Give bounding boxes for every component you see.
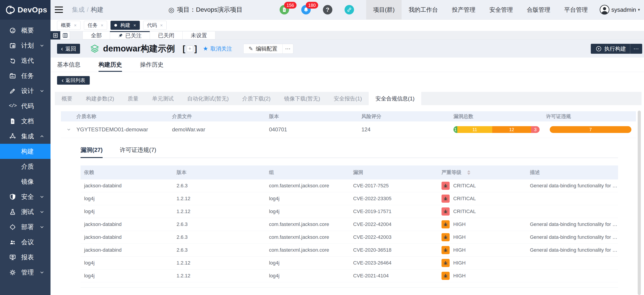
tab-basic-info[interactable]: 基本信息 — [57, 58, 80, 72]
sidebar-item-deploy[interactable]: 部署 — [0, 219, 50, 234]
nav-platform[interactable]: 平台管理 — [557, 0, 594, 20]
sidebar-item-docs[interactable]: 文档 — [0, 114, 50, 129]
nav-version[interactable]: 合版管理 — [520, 0, 557, 20]
vertical-scrollbar[interactable] — [638, 111, 641, 295]
nav-projects[interactable]: 项目(群) — [366, 0, 402, 20]
sidebar-item-build[interactable]: 构建 — [0, 144, 50, 159]
board-view-toggle[interactable] — [60, 31, 70, 40]
play-circle-icon — [596, 46, 602, 52]
unfollow-link[interactable]: ★ 取消关注 — [203, 45, 232, 52]
section-tabs: 概要 构建参数(2) 质量 单元测试 自动化测试(暂无) 介质下载(2) 镜像下… — [55, 92, 642, 105]
sidebar-item-meeting[interactable]: 会议 — [0, 234, 50, 250]
tab-vulnerabilities[interactable]: 漏洞(27) — [80, 146, 102, 158]
sidebar-item-code[interactable]: </> 代码 — [0, 98, 50, 114]
tab-license-violations[interactable]: 许可证违规(7) — [120, 146, 156, 158]
breadcrumb-separator: / — [87, 6, 88, 13]
chevron-up-icon — [39, 134, 45, 139]
col-severity[interactable]: 严重等级 — [442, 169, 530, 176]
sidebar-item-integration[interactable]: 集成 — [0, 129, 50, 144]
chevron-down-icon — [39, 43, 45, 48]
breadcrumb-parent[interactable]: 集成 — [72, 6, 84, 13]
chevron-down-icon — [39, 270, 45, 275]
topbar: 集成/构建 ◎ 项目：Devops演示项目 156 180 ? 项目(群) 我的… — [50, 0, 644, 20]
sidebar-item-test[interactable]: 测试 — [0, 204, 50, 219]
expand-chevron-icon[interactable] — [61, 127, 76, 132]
user-menu[interactable]: sysadmin ▾ — [600, 5, 640, 15]
run-build-button[interactable]: 执行构建 ⋯ — [591, 44, 642, 54]
section-tab-auto-test[interactable]: 自动化测试(暂无) — [180, 92, 236, 105]
document-notifications-icon[interactable]: 156 — [280, 5, 289, 15]
sidebar: DevOps 概要 计划 迭代 任务 设计 </> 代码 — [0, 0, 50, 295]
back-to-list-button[interactable]: ‹ 返回列表 — [57, 76, 90, 85]
bracket-open: [ — [183, 44, 185, 54]
sidebar-item-security[interactable]: 安全 — [0, 189, 50, 204]
app-logo[interactable]: DevOps — [0, 0, 50, 20]
sidebar-item-iteration[interactable]: 迭代 — [0, 53, 50, 68]
nav-workbench[interactable]: 我的工作台 — [402, 0, 445, 20]
sort-icon[interactable] — [467, 170, 470, 175]
sidebar-item-plan[interactable]: 计划 — [0, 38, 50, 53]
design-pen-icon — [9, 87, 16, 95]
hamburger-menu-icon[interactable] — [55, 6, 63, 13]
edit-config-button[interactable]: ✎ 编辑配置 ⋯ — [243, 44, 293, 54]
close-icon[interactable]: × — [160, 23, 163, 28]
section-tab-image-download[interactable]: 镜像下载(暂无) — [277, 92, 327, 105]
sidebar-item-media[interactable]: 介质 — [0, 159, 50, 174]
pushpin-icon — [118, 33, 123, 38]
back-button[interactable]: ‹ 返回 — [57, 44, 80, 54]
tab-chip-build[interactable]: 构建× — [110, 21, 140, 30]
chevron-left-icon: ‹ — [61, 46, 63, 52]
section-tab-security-report[interactable]: 安全报告(1) — [327, 92, 369, 105]
bug-icon — [442, 220, 450, 228]
devops-logo-icon — [6, 6, 15, 15]
nav-production[interactable]: 投产管理 — [445, 0, 482, 20]
close-icon[interactable]: × — [74, 23, 77, 28]
iteration-loop-icon — [9, 57, 16, 64]
severity-label: HIGH — [453, 260, 466, 266]
tab-operation-history[interactable]: 操作历史 — [140, 58, 164, 72]
bell-icon[interactable]: 180 — [301, 5, 311, 15]
tab-chip-code[interactable]: 代码× — [143, 21, 167, 30]
sidebar-item-report[interactable]: 报表 — [0, 250, 50, 265]
tab-chip-tasks[interactable]: 任务× — [84, 21, 107, 30]
section-tab-overview[interactable]: 概要 — [55, 92, 79, 105]
filter-tab-closed[interactable]: 已关闭 — [150, 31, 183, 40]
table-row: jackson-databind 2.6.3 com.fasterxml.jac… — [80, 231, 618, 244]
close-icon[interactable]: × — [101, 23, 104, 28]
sidebar-item-image[interactable]: 镜像 — [0, 174, 50, 189]
project-selector[interactable]: ◎ 项目：Devops演示项目 — [168, 6, 243, 14]
run-more-button[interactable]: ⋯ — [630, 44, 642, 54]
breadcrumb-current: 构建 — [91, 6, 104, 13]
sidebar-item-tasks[interactable]: 任务 — [0, 68, 50, 83]
sidebar-item-label: 介质 — [21, 162, 50, 171]
col-vulnerability: 漏洞 — [353, 169, 442, 176]
section-tab-media-download[interactable]: 介质下载(2) — [236, 92, 277, 105]
tab-chip-overview[interactable]: 概要× — [57, 21, 80, 30]
filter-tab-followed[interactable]: 已关注 — [110, 31, 150, 40]
crosshair-icon — [9, 223, 16, 231]
section-tab-unit-test[interactable]: 单元测试 — [145, 92, 180, 105]
sidebar-item-overview[interactable]: 概要 — [0, 23, 50, 38]
bracket-close: ] — [194, 44, 197, 54]
sidebar-item-label: 概要 — [21, 26, 50, 35]
nav-security[interactable]: 安全管理 — [482, 0, 520, 20]
risk-score: 124 — [362, 126, 454, 133]
table-row: jackson-databind 2.6.3 com.fasterxml.jac… — [80, 179, 618, 192]
close-icon[interactable]: × — [133, 23, 136, 28]
section-tab-build-params[interactable]: 构建参数(2) — [79, 92, 121, 105]
section-tab-quality[interactable]: 质量 — [121, 92, 145, 105]
help-icon[interactable]: ? — [323, 5, 332, 15]
sidebar-item-design[interactable]: 设计 — [0, 83, 50, 98]
edit-more-button[interactable]: ⋯ — [282, 44, 293, 54]
section-tab-security-compliance[interactable]: 安全合规信息(1) — [369, 92, 421, 105]
filter-tab-all[interactable]: 全部 — [82, 31, 110, 40]
link-icon[interactable] — [344, 5, 354, 15]
list-view-toggle[interactable] — [50, 31, 60, 40]
add-tag-button[interactable]: + — [187, 46, 193, 52]
tab-build-history[interactable]: 构建历史 — [98, 58, 122, 72]
project-scope-icon: ◎ — [168, 6, 174, 14]
sidebar-item-label: 会议 — [21, 238, 50, 246]
filter-tab-unset[interactable]: 未设置 — [182, 31, 215, 40]
chevron-down-icon — [39, 194, 45, 199]
sidebar-item-manage[interactable]: 管理 — [0, 265, 50, 280]
